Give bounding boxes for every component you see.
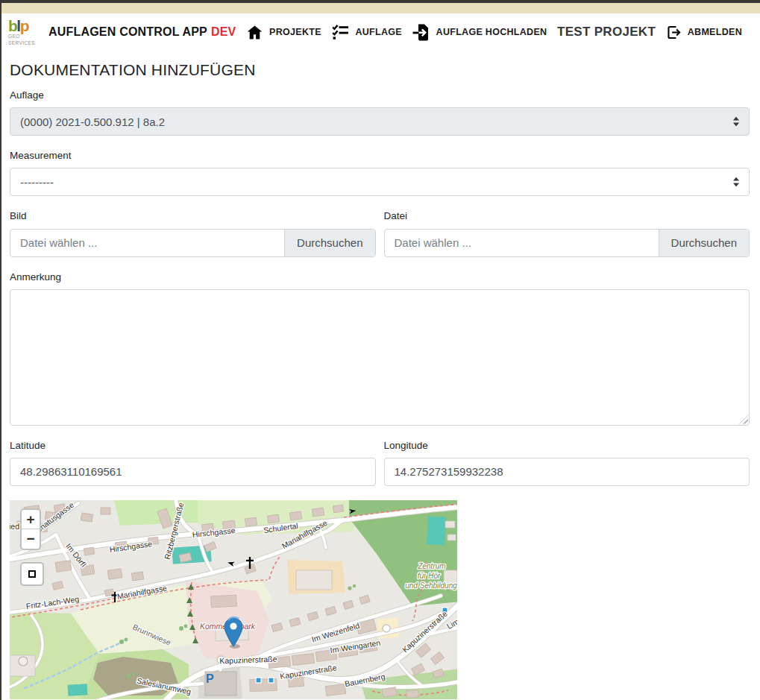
map-building [406, 690, 419, 698]
map-label: Zentrum [417, 562, 445, 570]
datei-label: Datei [384, 211, 750, 221]
map-label: ied [10, 522, 19, 531]
select-arrows-icon [733, 117, 739, 127]
map-building [245, 517, 257, 526]
map-building [325, 684, 345, 696]
map-label: und Sehbildung [405, 581, 457, 590]
auflage-label: Auflage [10, 90, 750, 101]
latitude-input[interactable] [10, 458, 376, 486]
window-left-border [0, 0, 1, 700]
blp-logo: blp GEO SERVICES [8, 18, 40, 45]
map-building [211, 595, 237, 608]
browser-tab-strip [0, 3, 760, 13]
longitude-label: Longitude [384, 441, 750, 451]
auflage-select-value: (0000) 2021-0.500.912 | 8a.2 [20, 116, 165, 128]
zoom-out-button[interactable]: − [22, 529, 40, 549]
map-zoom-control: + − [20, 508, 41, 550]
file-import-icon [412, 23, 430, 42]
bild-label: Bild [10, 211, 376, 221]
extent-square-icon [28, 570, 36, 578]
map-building [84, 547, 94, 555]
map-building [445, 521, 455, 528]
bild-file-input[interactable]: Datei wählen ... Durchsuchen [10, 229, 376, 257]
nav-item-abmelden[interactable]: ABMELDEN [666, 25, 742, 40]
auflage-select[interactable]: (0000) 2021-0.500.912 | 8a.2 [10, 107, 750, 136]
main-content: DOKUMENTATION HINZUFÜGEN Auflage (0000) … [0, 51, 760, 699]
longitude-input[interactable] [384, 458, 750, 486]
zoom-in-button[interactable]: + [22, 510, 40, 529]
logout-icon [666, 25, 682, 40]
datei-file-input[interactable]: Datei wählen ... Durchsuchen [384, 229, 750, 257]
map-building [312, 508, 324, 517]
map-building [81, 513, 92, 522]
map-extent-button[interactable] [20, 562, 44, 586]
map-building [131, 572, 143, 581]
nav-item-test-projekt[interactable]: TEST PROJEKT [557, 25, 656, 40]
page-title: DOKUMENTATION HINZUFÜGEN [10, 61, 750, 79]
map-building [101, 508, 110, 514]
nav-item-projekte[interactable]: PROJEKTE [246, 24, 321, 41]
map-building [382, 687, 396, 697]
checklist-icon [331, 24, 349, 40]
map-building [333, 505, 344, 513]
anmerkung-textarea[interactable] [10, 289, 750, 426]
parking-icon: P [206, 672, 214, 685]
bild-browse-button[interactable]: Durchsuchen [284, 230, 374, 256]
map-building [296, 570, 332, 590]
nav-item-auflage-hochladen[interactable]: AUFLAGE HOCHLADEN [412, 23, 547, 42]
datei-browse-button[interactable]: Durchsuchen [659, 230, 749, 256]
map-building [107, 569, 122, 579]
nav-item-auflage[interactable]: AUFLAGE [331, 24, 402, 40]
select-arrows-icon [733, 177, 739, 187]
navbar: blp GEO SERVICES AUFLAGEN CONTROL APPDEV… [0, 13, 760, 51]
home-icon [246, 24, 263, 41]
dev-badge: DEV [211, 25, 236, 38]
measurement-select-value: --------- [20, 176, 54, 189]
measurement-select[interactable]: --------- [10, 168, 750, 196]
bild-file-placeholder: Datei wählen ... [10, 230, 284, 256]
map-building [447, 535, 456, 540]
anmerkung-label: Anmerkung [10, 272, 750, 283]
map-building [292, 653, 314, 665]
logo-sub-geo: GEO [8, 34, 40, 40]
map-building [267, 514, 279, 523]
measurement-label: Measurement [10, 151, 750, 161]
datei-file-placeholder: Datei wählen ... [385, 230, 659, 256]
map-label: für Hör [418, 572, 441, 580]
map[interactable]: P HirschgasseHirschgasseRitzbergerstraße… [10, 500, 457, 699]
map-tiles: P HirschgasseHirschgasseRitzbergerstraße… [10, 500, 457, 699]
map-building [55, 561, 72, 573]
app-title: AUFLAGEN CONTROL APPDEV [48, 25, 236, 39]
logo-sub-services: SERVICES [8, 40, 40, 46]
brand[interactable]: blp GEO SERVICES AUFLAGEN CONTROL APPDEV [8, 18, 236, 45]
map-building [289, 511, 301, 520]
latitude-label: Latitude [10, 441, 376, 451]
